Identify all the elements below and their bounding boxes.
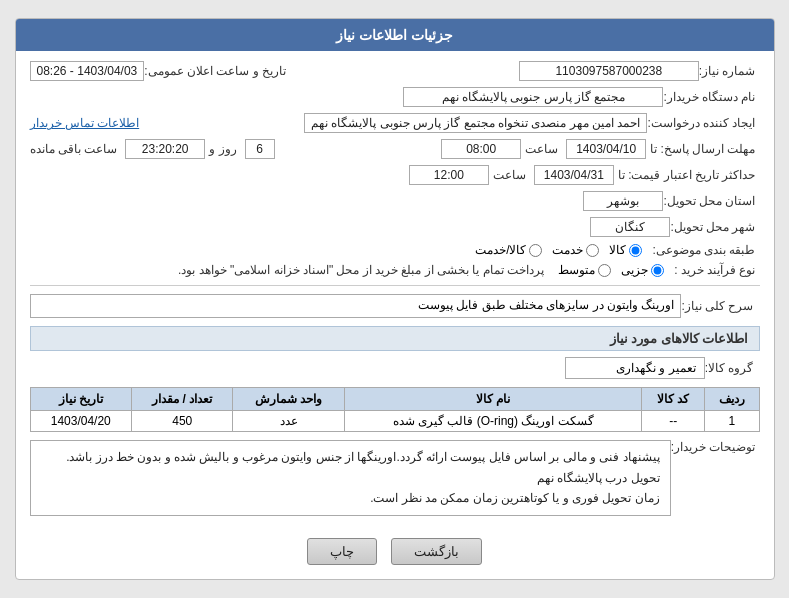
cell-kodKala: --: [642, 411, 705, 432]
items-table: ردیف کد کالا نام کالا واحد شمارش تعداد /…: [30, 387, 760, 432]
tabaqe-label: طبقه بندی موضوعی:: [652, 243, 755, 257]
nam-dastgah-value: مجتمع گاز پارس جنوبی پالایشگاه نهم: [403, 87, 663, 107]
ostan-value: بوشهر: [583, 191, 663, 211]
baqi-mande-label: ساعت باقی مانده: [30, 142, 118, 156]
shahr-label: شهر محل تحویل:: [670, 220, 755, 234]
shomare-niaz-value: 1103097587000238: [519, 61, 699, 81]
hadaksar-tarikh-saat: 12:00: [409, 165, 489, 185]
noe-farayand-text: پرداخت تمام یا بخشی از مبلغ خرید از محل …: [178, 263, 544, 277]
tabaqe-option-kala[interactable]: کالا: [609, 243, 642, 257]
ettela-at-tamas-link[interactable]: اطلاعات تماس خریدار: [30, 116, 140, 130]
hadaksar-tarikh-date: 1403/04/31: [534, 165, 614, 185]
back-button[interactable]: بازگشت: [391, 538, 482, 565]
mohlat-ersal-baqi: 23:20:20: [125, 139, 205, 159]
groh-kala-label: گروه کالا:: [705, 361, 754, 375]
tarikh-label: تاریخ و ساعت اعلان عمومی:: [144, 64, 286, 78]
nam-dastgah-label: نام دستگاه خریدار:: [663, 90, 755, 104]
cell-vahed: عدد: [233, 411, 345, 432]
hadaksar-tarikh-label: حداکثر تاریخ اعتبار قیمت: تا: [618, 168, 756, 182]
cell-tedad: 450: [132, 411, 233, 432]
ostan-label: استان محل تحویل:: [663, 194, 755, 208]
mohlat-ersal-date: 1403/04/10: [566, 139, 646, 159]
groh-kala-value: تعمیر و نگهداری: [565, 357, 705, 379]
cell-namKala: گسکت اورینگ (O-ring) قالب گیری شده: [345, 411, 642, 432]
info-section-title: اطلاعات کالاهای مورد نیاز: [30, 326, 760, 351]
noe-farayand-jozii[interactable]: جزیی: [621, 263, 664, 277]
tarikh-value: 1403/04/03 - 08:26: [30, 61, 145, 81]
cell-radif: 1: [705, 411, 759, 432]
tabaqe-option-kala-khedmat[interactable]: کالا/خدمت: [475, 243, 542, 257]
col-kod-kala: کد کالا: [642, 388, 705, 411]
cell-tarikh: 1403/04/20: [30, 411, 132, 432]
shahr-value: کنگان: [590, 217, 670, 237]
ijad-kanande-value: احمد امین مهر منصدی تنخواه مجتمع گاز پار…: [304, 113, 647, 133]
description-text: پیشنهاد فنی و مالی بر اساس فایل پیوست ار…: [30, 440, 671, 515]
print-button[interactable]: چاپ: [307, 538, 377, 565]
noe-farayand-motavasset[interactable]: متوسط: [558, 263, 611, 277]
shomare-niaz-label: شماره نیاز:: [699, 64, 756, 78]
table-row: 1--گسکت اورینگ (O-ring) قالب گیری شدهعدد…: [30, 411, 759, 432]
rooz-label: روز و: [209, 142, 236, 156]
serh-kolli-label: سرح کلی نیاز:: [681, 299, 753, 313]
tabaqe-option-khedmat[interactable]: خدمت: [552, 243, 599, 257]
ijad-kanande-label: ایجاد کننده درخواست:: [647, 116, 755, 130]
col-tarikh: تاریخ نیاز: [30, 388, 132, 411]
col-nam-kala: نام کالا: [345, 388, 642, 411]
mohlat-ersal-label: مهلت ارسال پاسخ: تا: [650, 142, 755, 156]
mohlat-ersal-rooz: 6: [245, 139, 275, 159]
saat-label: ساعت: [525, 142, 558, 156]
col-vahed: واحد شمارش: [233, 388, 345, 411]
description-label: توضیحات خریدار:: [671, 440, 756, 454]
col-radif: ردیف: [705, 388, 759, 411]
noe-farayand-label: نوع فرآیند خرید :: [674, 263, 755, 277]
mohlat-ersal-saat: 08:00: [441, 139, 521, 159]
serh-kolli-value: اورینگ وایتون در سایزهای مختلف طبق فایل …: [30, 294, 682, 318]
col-tedad: تعداد / مقدار: [132, 388, 233, 411]
page-title: جزئیات اطلاعات نیاز: [16, 19, 774, 51]
tabaqe-radio-group: کالا خدمت کالا/خدمت: [475, 243, 642, 257]
saat-label2: ساعت: [493, 168, 526, 182]
noe-farayand-radio-group: جزیی متوسط: [558, 263, 664, 277]
